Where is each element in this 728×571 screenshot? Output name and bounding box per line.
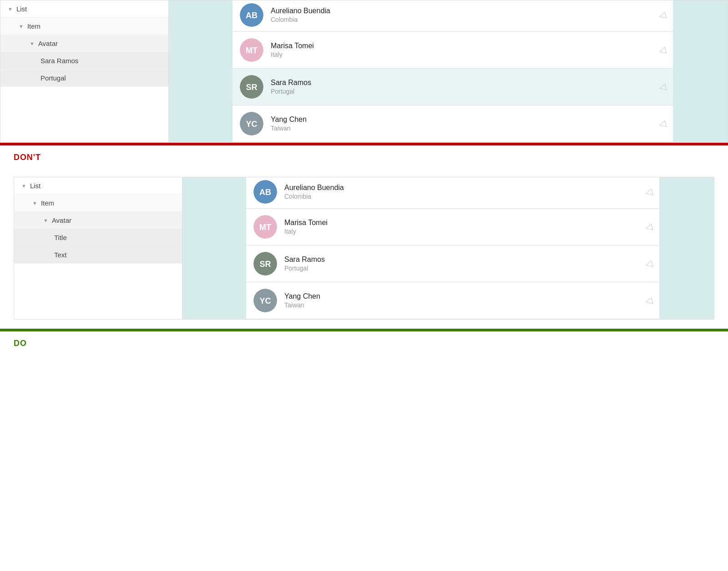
person-name-sara-dont: Sara Ramos [284, 255, 640, 264]
tree-row-item-top: ▼ Item [0, 18, 168, 35]
send-icon-sara-top[interactable]: ◁ [657, 80, 667, 93]
tree-label-title-dont: Title [54, 234, 67, 241]
chevron-avatar-dont: ▼ [43, 218, 48, 223]
teal-spacer-dont [182, 177, 246, 319]
person-info-sara-dont: Sara Ramos Portugal [284, 255, 640, 272]
dont-label: DON'T [14, 153, 714, 162]
tree-label-text-dont: Text [54, 251, 67, 259]
chevron-item-dont: ▼ [32, 200, 37, 206]
avatar-yang-top: YC [240, 112, 263, 135]
send-icon-aureliano-top[interactable]: ◁ [657, 9, 667, 21]
avatar-sara-top: SR [240, 75, 263, 99]
person-country-marisa-dont: Italy [284, 228, 640, 235]
list-panel-top: AB Aureliano Buendia Colombia ◁ MT [233, 0, 673, 142]
svg-text:SR: SR [246, 83, 257, 92]
svg-text:YC: YC [246, 120, 257, 129]
person-name-sara-top: Sara Ramos [271, 79, 653, 87]
top-demo-container: ▼ List ▼ Item ▼ Avatar Sara Ramos Portug… [0, 0, 728, 143]
person-info-yang-top: Yang Chen Taiwan [271, 115, 653, 132]
list-item-sara-dont: SR Sara Ramos Portugal ◁ [246, 245, 659, 282]
person-info-marisa-top: Marisa Tomei Italy [271, 42, 653, 58]
person-name-yang-top: Yang Chen [271, 115, 653, 124]
tree-panel-dont: ▼ List ▼ Item ▼ Avatar Title Text [14, 177, 182, 319]
dont-section: DON'T [0, 145, 728, 177]
person-country-sara-top: Portugal [271, 88, 653, 95]
send-icon-aureliano-dont[interactable]: ◁ [644, 185, 653, 198]
person-name-yang-dont: Yang Chen [284, 292, 640, 301]
list-item-yang-dont: YC Yang Chen Taiwan ◁ [246, 282, 659, 319]
person-name-marisa-dont: Marisa Tomei [284, 219, 640, 227]
list-item-marisa-dont: MT Marisa Tomei Italy ◁ [246, 209, 659, 245]
person-country-aureliano-dont: Colombia [284, 193, 640, 200]
avatar-aureliano-dont: AB [253, 180, 277, 204]
list-item-yang-top: YC Yang Chen Taiwan ◁ [233, 105, 673, 142]
tree-row-list-top: ▼ List [0, 0, 168, 18]
tree-row-item-dont: ▼ Item [14, 195, 182, 212]
send-icon-marisa-top[interactable]: ◁ [657, 44, 667, 56]
tree-row-avatar-top: ▼ Avatar [0, 35, 168, 52]
chevron-item-top: ▼ [19, 24, 24, 29]
tree-label-list-top: List [16, 5, 27, 13]
person-country-yang-top: Taiwan [271, 125, 653, 132]
do-section: DO [0, 331, 728, 361]
send-icon-marisa-dont[interactable]: ◁ [644, 220, 653, 233]
person-name-marisa-top: Marisa Tomei [271, 42, 653, 50]
list-item-aureliano-dont: AB Aureliano Buendia Colombia ◁ [246, 177, 659, 209]
teal-spacer-top [169, 0, 233, 142]
avatar-yang-dont: YC [253, 289, 277, 312]
tree-label-country-top: Portugal [40, 74, 66, 82]
person-country-aureliano-top: Colombia [271, 16, 653, 23]
tree-row-title-dont: Title [14, 229, 182, 246]
avatar-marisa-top: MT [240, 38, 263, 62]
svg-text:AB: AB [259, 188, 271, 197]
person-country-yang-dont: Taiwan [284, 301, 640, 309]
person-country-marisa-top: Italy [271, 51, 653, 58]
svg-text:MT: MT [246, 46, 258, 55]
tree-label-item-top: Item [27, 22, 40, 30]
tree-label-avatar-top: Avatar [38, 40, 58, 47]
person-info-sara-top: Sara Ramos Portugal [271, 79, 653, 95]
tree-row-avatar-dont: ▼ Avatar [14, 212, 182, 229]
do-label: DO [14, 339, 714, 348]
tree-label-avatar-dont: Avatar [52, 216, 71, 224]
person-country-sara-dont: Portugal [284, 265, 640, 272]
tree-label-name-top: Sara Ramos [40, 57, 78, 65]
tree-row-country-top: Portugal [0, 70, 168, 87]
send-icon-yang-dont[interactable]: ◁ [644, 294, 653, 306]
avatar-aureliano-top: AB [240, 3, 263, 27]
list-panel-dont: AB Aureliano Buendia Colombia ◁ MT [246, 177, 659, 319]
chevron-avatar-top: ▼ [30, 41, 35, 46]
tree-panel-top: ▼ List ▼ Item ▼ Avatar Sara Ramos Portug… [0, 0, 169, 142]
list-item-marisa-top: MT Marisa Tomei Italy ◁ [233, 32, 673, 69]
svg-text:AB: AB [246, 11, 258, 20]
send-icon-yang-top[interactable]: ◁ [657, 117, 667, 130]
tree-row-text-dont: Text [14, 246, 182, 264]
tree-label-list-dont: List [30, 182, 40, 190]
tree-label-item-dont: Item [41, 199, 54, 207]
list-item-sara-top: SR Sara Ramos Portugal ◁ [233, 69, 673, 105]
dont-demo-container: ▼ List ▼ Item ▼ Avatar Title Text [14, 177, 714, 320]
tree-row-list-dont: ▼ List [14, 177, 182, 195]
svg-text:MT: MT [259, 223, 271, 232]
chevron-list-top: ▼ [8, 6, 13, 12]
teal-end-dont [659, 177, 714, 319]
person-name-aureliano-dont: Aureliano Buendia [284, 184, 640, 192]
svg-text:YC: YC [259, 296, 271, 306]
person-info-aureliano-dont: Aureliano Buendia Colombia [284, 184, 640, 200]
person-info-aureliano-top: Aureliano Buendia Colombia [271, 7, 653, 23]
list-item-aureliano-top: AB Aureliano Buendia Colombia ◁ [233, 0, 673, 32]
send-icon-sara-dont[interactable]: ◁ [644, 257, 653, 270]
teal-end-top [673, 0, 728, 142]
person-name-aureliano-top: Aureliano Buendia [271, 7, 653, 15]
person-info-yang-dont: Yang Chen Taiwan [284, 292, 640, 309]
svg-text:SR: SR [259, 260, 271, 269]
person-info-marisa-dont: Marisa Tomei Italy [284, 219, 640, 235]
tree-row-name-top: Sara Ramos [0, 52, 168, 70]
chevron-list-dont: ▼ [21, 183, 26, 189]
avatar-marisa-dont: MT [253, 215, 277, 239]
avatar-sara-dont: SR [253, 252, 277, 275]
